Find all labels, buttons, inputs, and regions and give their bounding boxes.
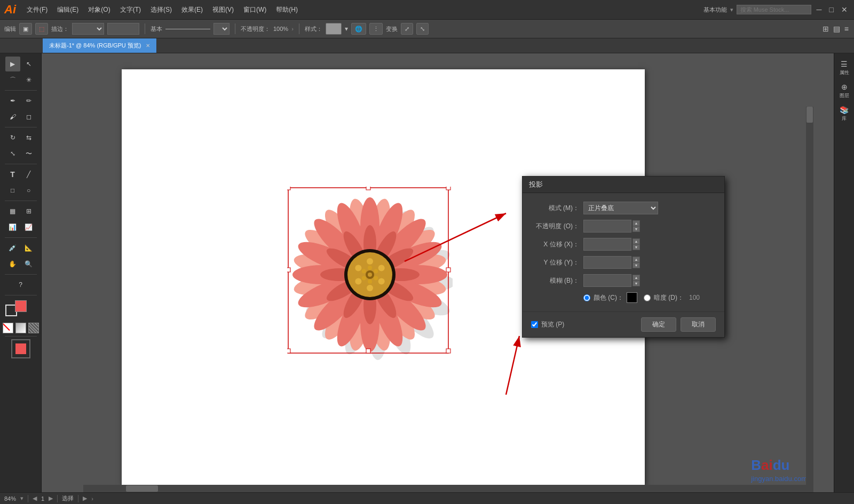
- menu-select[interactable]: 选择(S): [146, 3, 176, 17]
- stock-search-input[interactable]: [737, 5, 811, 14]
- stroke-arrow-icon: ———————: [165, 25, 210, 33]
- stroke-type-select[interactable]: [213, 23, 230, 35]
- preview-checkbox[interactable]: [531, 321, 538, 328]
- ellipse-tool[interactable]: ○: [21, 183, 36, 198]
- x-offset-input[interactable]: 7 px: [583, 238, 631, 251]
- direct-select-tool[interactable]: ↖: [21, 57, 36, 71]
- menu-window[interactable]: 窗口(W): [239, 3, 271, 17]
- minimize-button[interactable]: ─: [815, 5, 824, 14]
- brush-tool[interactable]: 🖌: [5, 109, 20, 124]
- canvas-area: 投影 模式 (M)： 正片叠底 不透明度 (O)： 75% ▲: [42, 53, 834, 504]
- menu-file[interactable]: 文件(F): [22, 3, 52, 17]
- style-btn[interactable]: [326, 23, 342, 35]
- fill-swatch[interactable]: [15, 300, 27, 312]
- maximize-button[interactable]: □: [827, 5, 836, 14]
- menu-object[interactable]: 对象(O): [84, 3, 114, 17]
- rotate-tool[interactable]: ↻: [5, 130, 20, 145]
- pencil-tool[interactable]: ✏: [21, 93, 36, 108]
- stroke-color-btn[interactable]: ⬚: [35, 23, 48, 35]
- flower-container[interactable]: [287, 187, 453, 363]
- tab-close-icon[interactable]: ✕: [146, 43, 150, 49]
- menu-view[interactable]: 视图(V): [208, 3, 238, 17]
- selection-tool-btn[interactable]: ▣: [19, 23, 32, 35]
- y-offset-up-btn[interactable]: ▲: [632, 257, 640, 262]
- mode-row: 模式 (M)： 正片叠底: [531, 202, 716, 214]
- library-icon: 📚: [840, 106, 849, 114]
- transform-btn[interactable]: ⤢: [401, 23, 413, 35]
- mode-select[interactable]: 正片叠底: [583, 202, 658, 214]
- properties-panel-btn[interactable]: ☰ 属性: [836, 58, 852, 78]
- page-prev-btn[interactable]: ◀: [33, 495, 37, 502]
- chart-tool[interactable]: 📊: [5, 220, 20, 235]
- scale-tool[interactable]: ⤡: [5, 146, 20, 161]
- panel-icon[interactable]: ▤: [832, 23, 841, 34]
- baidu-ai: ai: [761, 457, 773, 473]
- warp-tool[interactable]: 〜: [21, 146, 36, 161]
- page-next-btn[interactable]: ▶: [49, 495, 53, 502]
- horizontal-scrollbar[interactable]: [83, 485, 806, 492]
- vertical-scrollbar-thumb[interactable]: [806, 107, 813, 123]
- nav-arrow-right[interactable]: ›: [91, 495, 93, 502]
- opacity-down-btn[interactable]: ▼: [632, 226, 640, 232]
- type-tool[interactable]: T: [5, 167, 20, 182]
- cancel-button[interactable]: 取消: [681, 317, 716, 332]
- transform2-btn[interactable]: ⤡: [416, 23, 429, 35]
- zoom-tool[interactable]: 🔍: [21, 257, 36, 271]
- close-button[interactable]: ✕: [839, 5, 850, 14]
- eraser-tool[interactable]: ◻: [21, 109, 36, 124]
- preview-label[interactable]: 预览 (P): [541, 320, 564, 329]
- mesh-tool[interactable]: ⊞: [21, 204, 36, 219]
- y-offset-input[interactable]: 7 px: [583, 256, 631, 269]
- select-tool[interactable]: ▶: [5, 57, 20, 71]
- horizontal-scrollbar-thumb[interactable]: [126, 485, 158, 492]
- zoom-down-arrow[interactable]: ▾: [20, 495, 23, 502]
- none-swatch[interactable]: [3, 323, 13, 333]
- measure-tool[interactable]: 📐: [21, 241, 36, 255]
- bar-chart-tool[interactable]: 📈: [21, 220, 36, 235]
- opacity-up-btn[interactable]: ▲: [632, 220, 640, 226]
- x-offset-up-btn[interactable]: ▲: [632, 238, 640, 244]
- blur-down-btn[interactable]: ▼: [632, 281, 640, 286]
- pattern-swatch[interactable]: [28, 323, 39, 333]
- line-tool[interactable]: ╱: [21, 167, 36, 182]
- basic-function-label[interactable]: 基本功能: [703, 6, 727, 14]
- globe-btn[interactable]: 🌐: [351, 23, 366, 35]
- color-radio[interactable]: [583, 294, 590, 301]
- y-offset-down-btn[interactable]: ▼: [632, 262, 640, 268]
- menu-edit[interactable]: 编辑(E): [53, 3, 83, 17]
- gradient-tool[interactable]: ▦: [5, 204, 20, 219]
- color-swatch[interactable]: [627, 292, 637, 303]
- stroke-value-input[interactable]: [107, 23, 139, 35]
- darkness-radio[interactable]: [644, 294, 651, 301]
- magic-wand-tool[interactable]: ✳: [21, 73, 36, 87]
- vertical-scrollbar[interactable]: [806, 107, 813, 492]
- help-tool[interactable]: ?: [13, 277, 28, 292]
- grid-icon[interactable]: ⊞: [821, 23, 830, 34]
- blur-up-btn[interactable]: ▲: [632, 275, 640, 281]
- blur-input[interactable]: 5 px: [583, 274, 631, 287]
- stroke-select[interactable]: [72, 23, 104, 35]
- opacity-label: 不透明度：: [241, 25, 270, 33]
- artboard-tool[interactable]: [11, 339, 30, 358]
- more-icon[interactable]: ≡: [843, 23, 850, 34]
- pen-tool[interactable]: ✒: [5, 93, 20, 108]
- ok-button[interactable]: 确定: [641, 317, 676, 332]
- play-btn[interactable]: ▶: [83, 495, 87, 502]
- layers-panel-btn[interactable]: ⊕ 图层: [836, 81, 852, 101]
- document-tab[interactable]: 未标题-1* @ 84% (RGB/GPU 预览) ✕: [43, 38, 157, 53]
- align-btn[interactable]: ⋮: [369, 23, 383, 35]
- x-offset-down-btn[interactable]: ▼: [632, 244, 640, 250]
- rect-tool[interactable]: □: [5, 183, 20, 198]
- lasso-tool[interactable]: ⌒: [5, 73, 20, 87]
- y-offset-row: Y 位移 (Y)： 7 px ▲ ▼: [531, 256, 716, 269]
- menu-effect[interactable]: 效果(E): [177, 3, 207, 17]
- gradient-swatch[interactable]: [15, 323, 26, 333]
- hand-tool[interactable]: ✋: [5, 257, 20, 271]
- mirror-tool[interactable]: ⇆: [21, 130, 36, 145]
- eyedropper-tool[interactable]: 💉: [5, 241, 20, 255]
- menu-help[interactable]: 帮助(H): [272, 3, 302, 17]
- menu-text[interactable]: 文字(T): [116, 3, 145, 17]
- dialog-title[interactable]: 投影: [523, 177, 724, 193]
- opacity-input[interactable]: 75%: [583, 220, 631, 233]
- library-panel-btn[interactable]: 📚 库: [836, 103, 852, 124]
